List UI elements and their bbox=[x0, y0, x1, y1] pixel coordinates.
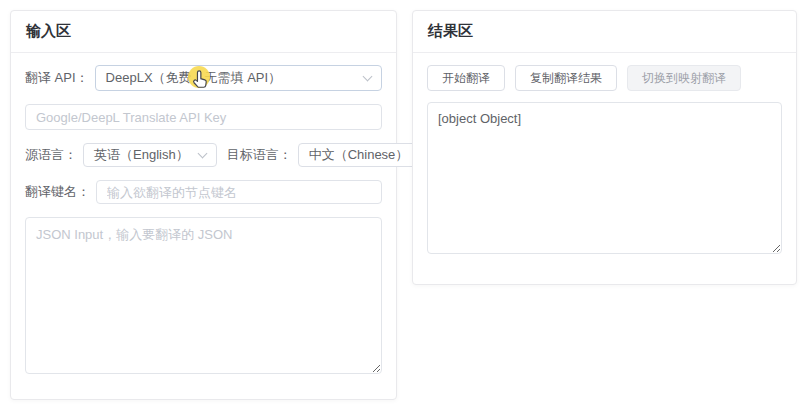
api-key-input[interactable] bbox=[25, 104, 382, 130]
target-language-value: 中文（Chinese） bbox=[309, 146, 409, 164]
api-key-row bbox=[25, 104, 382, 130]
result-actions-row: 开始翻译 复制翻译结果 切换到映射翻译 bbox=[427, 65, 782, 91]
translate-key-input[interactable] bbox=[96, 180, 382, 204]
result-panel-header: 结果区 bbox=[413, 11, 796, 53]
chevron-down-icon bbox=[197, 149, 207, 159]
translation-output-textarea[interactable]: [object Object] bbox=[427, 102, 782, 254]
translate-key-row: 翻译键名： bbox=[25, 180, 382, 204]
result-panel: 结果区 开始翻译 复制翻译结果 切换到映射翻译 [object Object] bbox=[412, 10, 797, 285]
input-panel: 输入区 翻译 API： DeepLX（免费，无需填 API） 源语言： 英语（E… bbox=[10, 10, 397, 400]
chevron-down-icon bbox=[363, 72, 373, 82]
api-select-row: 翻译 API： DeepLX（免费，无需填 API） bbox=[25, 65, 382, 91]
api-select-value: DeepLX（免费，无需填 API） bbox=[106, 69, 354, 87]
input-panel-header: 输入区 bbox=[11, 11, 396, 53]
input-panel-title: 输入区 bbox=[26, 22, 71, 41]
start-translate-button[interactable]: 开始翻译 bbox=[427, 65, 505, 91]
toggle-mapping-translate-button[interactable]: 切换到映射翻译 bbox=[627, 65, 741, 91]
source-language-select[interactable]: 英语（English） bbox=[83, 143, 217, 167]
source-language-value: 英语（English） bbox=[94, 146, 189, 164]
target-language-label: 目标语言： bbox=[227, 146, 292, 164]
language-row: 源语言： 英语（English） 目标语言： 中文（Chinese） bbox=[25, 143, 382, 167]
api-select[interactable]: DeepLX（免费，无需填 API） bbox=[95, 65, 382, 91]
api-select-label: 翻译 API： bbox=[25, 69, 89, 87]
translate-key-label: 翻译键名： bbox=[25, 183, 90, 201]
json-input-textarea[interactable] bbox=[25, 217, 382, 374]
source-language-label: 源语言： bbox=[25, 146, 77, 164]
copy-result-button[interactable]: 复制翻译结果 bbox=[515, 65, 617, 91]
result-panel-title: 结果区 bbox=[428, 22, 473, 41]
